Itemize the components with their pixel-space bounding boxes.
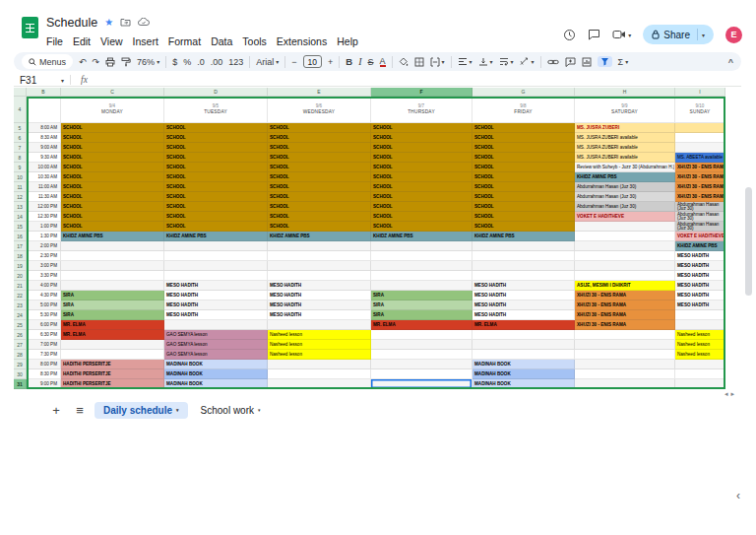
grid-cell[interactable]: ASIJE, MESIMI I DHIKRIT xyxy=(575,281,675,291)
grid-cell[interactable]: MESO HADITH xyxy=(472,281,575,291)
grid-cell[interactable]: SCHOOL xyxy=(268,153,371,163)
menu-item-format[interactable]: Format xyxy=(168,35,201,47)
share-dropdown-icon[interactable]: ▾ xyxy=(702,32,705,38)
grid-cell[interactable]: KHIDZ AMINE PBS xyxy=(164,232,268,241)
column-header-C[interactable]: C xyxy=(61,88,164,97)
row-number[interactable]: 14 xyxy=(14,212,27,222)
grid-cell[interactable]: SCHOOL xyxy=(164,153,268,163)
move-folder-icon[interactable] xyxy=(120,18,131,27)
grid-cell[interactable]: MADINAH BOOK xyxy=(472,369,575,379)
grid-cell[interactable]: Abdurrahman Hasan (Juz 30) xyxy=(575,182,675,192)
grid-cell[interactable]: MESO HADITH xyxy=(675,301,725,310)
grid-cell[interactable] xyxy=(675,369,725,379)
grid-cell[interactable] xyxy=(164,251,268,261)
grid-cell[interactable]: SCHOOL xyxy=(472,212,575,222)
grid-cell[interactable]: KHIDZ AMINE PBS xyxy=(371,232,472,241)
day-header-cell[interactable]: 9/9SATURDAY xyxy=(575,97,675,123)
time-cell[interactable]: 3:00 PM xyxy=(27,261,61,271)
grid-cell[interactable] xyxy=(164,271,268,281)
column-header-B[interactable]: B xyxy=(27,88,61,97)
grid-cell[interactable] xyxy=(575,251,675,261)
grid-cell[interactable]: SCHOOL xyxy=(61,192,164,202)
grid-cell[interactable]: SCHOOL xyxy=(472,163,575,172)
grid-cell[interactable]: MADINAH BOOK xyxy=(472,379,575,389)
grid-cell[interactable]: KHIDZ AMINE PBS xyxy=(61,232,164,241)
grid-cell[interactable]: SCHOOL xyxy=(61,222,164,232)
grid-cell[interactable] xyxy=(575,360,675,369)
grid-cell[interactable] xyxy=(371,350,472,360)
grid-cell[interactable]: MR. ELMA xyxy=(61,330,164,340)
grid-cell[interactable] xyxy=(27,97,61,123)
grid-cell[interactable] xyxy=(61,281,164,291)
grid-cell[interactable]: HADITHI PERSERITJE xyxy=(61,379,164,389)
grid-cell[interactable] xyxy=(371,241,472,251)
grid-cell[interactable]: SCHOOL xyxy=(268,172,371,182)
menu-item-tools[interactable]: Tools xyxy=(242,35,267,47)
format-currency-button[interactable]: $ xyxy=(172,57,177,67)
grid-cell[interactable]: SCHOOL xyxy=(371,123,472,133)
grid-cell[interactable]: SCHOOL xyxy=(371,182,472,192)
video-call-button[interactable]: ▾ xyxy=(612,30,631,39)
vertical-scrollbar-thumb[interactable] xyxy=(745,187,752,296)
grid-cell[interactable]: SCHOOL xyxy=(164,182,268,192)
select-all-corner[interactable] xyxy=(14,88,27,97)
grid-cell[interactable] xyxy=(371,360,472,369)
grid-cell[interactable]: SIRA xyxy=(371,310,472,320)
day-header-cell[interactable]: 9/6WEDNESDAY xyxy=(268,97,371,123)
grid-cell[interactable]: XHUZI 30 - ENIS RAMA xyxy=(675,163,725,172)
grid-cell[interactable] xyxy=(472,330,575,340)
grid-cell[interactable] xyxy=(472,241,575,251)
time-cell[interactable]: 11:00 AM xyxy=(27,182,61,192)
time-cell[interactable]: 1:30 PM xyxy=(27,232,61,241)
time-cell[interactable]: 7:00 PM xyxy=(27,340,61,350)
fill-color-icon[interactable] xyxy=(399,57,409,67)
increase-decimals-button[interactable]: .00 xyxy=(211,57,223,67)
comment-history-icon[interactable] xyxy=(588,29,600,40)
zoom-select[interactable]: 76%▾ xyxy=(137,57,159,67)
grid-cell[interactable] xyxy=(675,360,725,369)
grid-cell[interactable] xyxy=(371,281,472,291)
grid-cell[interactable]: Abdurrahman Hasan (Juz 30) xyxy=(675,212,725,222)
grid-cell[interactable]: KHIDZ AMINE PBS xyxy=(675,241,725,251)
grid-cell[interactable]: Nasheed lesson xyxy=(268,330,371,340)
grid-cell[interactable] xyxy=(575,350,675,360)
grid-cell[interactable]: SCHOOL xyxy=(268,143,371,153)
sheet-tab-dropdown-icon[interactable]: ▾ xyxy=(176,407,179,413)
row-number[interactable]: 15 xyxy=(14,222,27,232)
grid-cell[interactable]: XHUZI 30 - ENIS RAMA xyxy=(675,182,725,192)
collapse-toolbar-button[interactable]: ^ xyxy=(728,57,733,67)
grid-cell[interactable] xyxy=(268,271,371,281)
menu-item-extensions[interactable]: Extensions xyxy=(277,35,327,47)
grid-cell[interactable]: SCHOOL xyxy=(61,182,164,192)
grid-cell[interactable]: VOKET E HADITHEVE xyxy=(675,232,725,241)
menu-item-view[interactable]: View xyxy=(100,35,123,47)
grid-cell[interactable] xyxy=(371,271,472,281)
grid-cell[interactable] xyxy=(371,340,472,350)
time-cell[interactable]: 8:00 AM xyxy=(27,123,61,133)
grid-cell[interactable] xyxy=(575,241,675,251)
functions-button[interactable]: Σ▾ xyxy=(618,57,629,67)
time-cell[interactable]: 12:30 PM xyxy=(27,212,61,222)
grid-cell[interactable]: SCHOOL xyxy=(371,192,472,202)
grid-cell[interactable] xyxy=(575,379,675,389)
grid-cell[interactable]: Abdurrahman Hasan (Juz 30) xyxy=(675,222,725,232)
grid-cell[interactable]: SCHOOL xyxy=(164,163,268,172)
grid-cell[interactable] xyxy=(675,379,725,389)
grid-cell[interactable]: SCHOOL xyxy=(472,133,575,143)
row-number[interactable]: 4 xyxy=(14,97,27,123)
grid-cell[interactable]: SCHOOL xyxy=(61,202,164,212)
grid-cell[interactable]: MESO HADITH xyxy=(268,301,371,310)
day-header-cell[interactable]: 9/10SUNDAY xyxy=(675,97,725,123)
increase-font-size-button[interactable]: + xyxy=(328,57,333,67)
grid-cell[interactable]: SCHOOL xyxy=(371,153,472,163)
grid-cell[interactable]: SCHOOL xyxy=(164,172,268,182)
grid-cell[interactable] xyxy=(61,350,164,360)
row-number[interactable]: 19 xyxy=(14,261,27,271)
redo-button[interactable]: ↷ xyxy=(93,57,100,67)
time-cell[interactable]: 8:30 AM xyxy=(27,133,61,143)
day-header-cell[interactable]: 9/7THURSDAY xyxy=(371,97,472,123)
column-header-D[interactable]: D xyxy=(164,88,268,97)
grid-cell[interactable]: Abdurrahman Hasan (Juz 30) xyxy=(575,202,675,212)
grid-cell[interactable]: SCHOOL xyxy=(371,212,472,222)
grid-cell[interactable]: SCHOOL xyxy=(472,192,575,202)
